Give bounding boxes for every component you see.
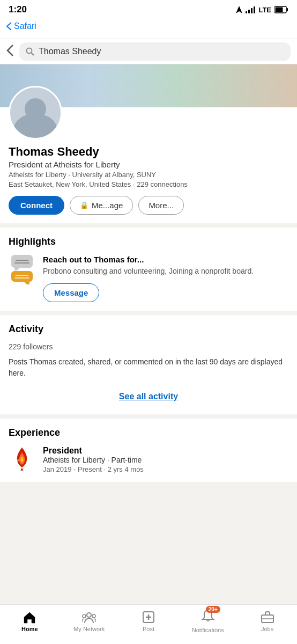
chat-bubble-bottom-icon: [11, 271, 33, 282]
jobs-icon: [261, 610, 274, 624]
nav-item-network[interactable]: My Network: [68, 610, 110, 632]
activity-section: Activity 229 followers Posts Thomas crea…: [0, 315, 297, 414]
highlight-card-desc: Probono consulting and volunteering, Joi…: [43, 266, 288, 277]
search-input-container[interactable]: Thomas Sheedy: [19, 42, 291, 61]
highlights-title: Highlights: [9, 236, 288, 247]
profile-details-line2: East Setauket, New York, United States ·…: [9, 180, 188, 188]
highlights-section: Highlights Reach out to Thomas for... Pr…: [0, 228, 297, 311]
exp-job-title: President: [43, 446, 288, 456]
svg-line-5: [32, 53, 34, 56]
bottom-navigation: Home My Network Post 20+ No: [0, 604, 297, 644]
experience-item: President Atheists for Liberty · Part-ti…: [9, 446, 288, 473]
experience-section: Experience President At: [0, 419, 297, 482]
svg-point-7: [83, 614, 86, 618]
highlight-card: Reach out to Thomas for... Probono consu…: [9, 255, 288, 302]
svg-rect-2: [287, 8, 288, 11]
activity-description: Posts Thomas created, shared, or comment…: [9, 356, 288, 379]
profile-avatar-container: [0, 86, 297, 140]
nav-label-notifications: Notifications: [192, 627, 224, 633]
svg-point-4: [27, 48, 32, 54]
svg-point-6: [87, 613, 91, 617]
flame-icon: [10, 447, 34, 472]
safari-back-button[interactable]: Safari: [6, 21, 291, 31]
signal-bars: [246, 6, 255, 13]
divider-2: [0, 311, 297, 315]
profile-title: President at Atheists for Liberty: [9, 160, 288, 169]
main-content: Thomas Sheedy President at Atheists for …: [0, 64, 297, 546]
profile-details-line1: Atheists for Liberty · University at Alb…: [9, 171, 156, 179]
activity-title: Activity: [9, 324, 288, 335]
safari-back-arrow: [6, 22, 12, 31]
divider-1: [0, 223, 297, 228]
highlight-card-title: Reach out to Thomas for...: [43, 255, 288, 264]
more-button[interactable]: More...: [138, 196, 184, 215]
back-arrow-icon: [6, 45, 14, 56]
svg-point-8: [92, 614, 95, 618]
exp-logo: [9, 446, 35, 473]
exp-company: Atheists for Liberty · Part-time: [43, 456, 288, 464]
experience-title: Experience: [9, 427, 288, 438]
lock-icon: 🔒: [80, 201, 88, 209]
action-buttons: Connect 🔒 Me...age More...: [9, 196, 288, 215]
notification-badge-container: 20+: [201, 609, 215, 625]
profile-avatar: [9, 86, 62, 140]
see-all-activity-link[interactable]: See all activity: [9, 387, 288, 406]
notification-badge: 20+: [206, 606, 220, 613]
profile-name: Thomas Sheedy: [9, 145, 288, 159]
highlight-message-button[interactable]: Message: [43, 283, 99, 302]
avatar-body: [14, 114, 57, 140]
search-icon: [26, 47, 34, 56]
message-button-label: Me...age: [92, 201, 123, 210]
safari-bar: Safari: [0, 19, 297, 39]
exp-details: President Atheists for Liberty · Part-ti…: [43, 446, 288, 473]
safari-back-label: Safari: [14, 21, 36, 31]
divider-3: [0, 414, 297, 419]
nav-item-notifications[interactable]: 20+ Notifications: [187, 609, 229, 633]
profile-info: Thomas Sheedy President at Atheists for …: [0, 140, 297, 223]
svg-marker-0: [236, 6, 242, 13]
highlight-icon: [9, 255, 35, 282]
search-bar: Thomas Sheedy: [0, 39, 297, 64]
nav-item-post[interactable]: Post: [127, 610, 170, 632]
nav-label-post: Post: [143, 626, 154, 632]
nav-label-jobs: Jobs: [261, 626, 273, 632]
nav-item-home[interactable]: Home: [8, 610, 51, 632]
nav-label-home: Home: [21, 626, 38, 632]
battery-icon: [274, 6, 288, 13]
message-button[interactable]: 🔒 Me...age: [70, 196, 133, 215]
status-time: 1:20: [9, 4, 27, 15]
navigation-icon: [236, 6, 242, 13]
network-icon: [82, 610, 96, 624]
chat-bubble-top-icon: [11, 255, 33, 268]
nav-item-jobs[interactable]: Jobs: [246, 610, 289, 632]
connect-button[interactable]: Connect: [9, 196, 64, 215]
profile-section: Thomas Sheedy President at Atheists for …: [0, 64, 297, 223]
highlight-content: Reach out to Thomas for... Probono consu…: [43, 255, 288, 302]
status-icons: LTE: [236, 6, 288, 14]
exp-duration: Jan 2019 - Present · 2 yrs 4 mos: [43, 465, 288, 473]
activity-followers: 229 followers: [9, 342, 288, 351]
lte-label: LTE: [258, 6, 271, 14]
svg-rect-3: [276, 8, 283, 12]
back-arrow-button[interactable]: [6, 45, 14, 59]
nav-label-network: My Network: [73, 626, 105, 632]
post-icon: [142, 610, 155, 624]
profile-details: Atheists for Liberty · University at Alb…: [9, 170, 288, 189]
home-icon: [23, 610, 36, 624]
status-bar: 1:20 LTE: [0, 0, 297, 19]
search-query: Thomas Sheedy: [39, 47, 101, 56]
